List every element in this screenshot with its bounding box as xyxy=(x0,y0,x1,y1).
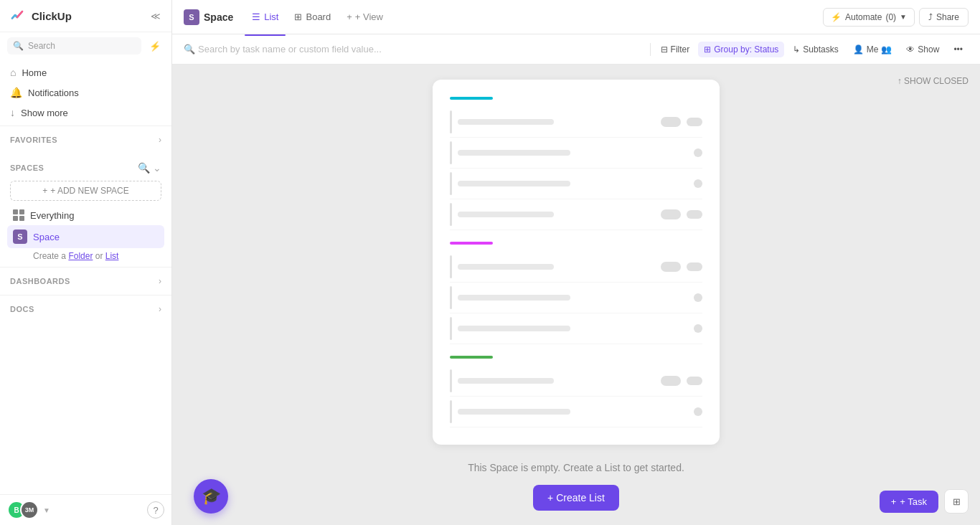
automate-count: (0) xyxy=(885,12,896,22)
filter-search[interactable]: Search by task name or custom field valu… xyxy=(198,44,646,55)
share-button[interactable]: ⤴ Share xyxy=(919,8,969,27)
tab-list[interactable]: ☰ List xyxy=(245,7,286,27)
filter-search-icon: 🔍 xyxy=(184,44,195,55)
sidebar-item-home[interactable]: ⌂ Home xyxy=(4,62,167,82)
docs-section: DOCS › xyxy=(0,295,171,323)
group-icon: ⊞ xyxy=(704,44,711,55)
everything-label: Everything xyxy=(30,210,74,221)
create-list-button[interactable]: + Create List xyxy=(533,485,619,511)
bottom-right-actions: + + Task ⊞ xyxy=(880,489,969,514)
bell-icon: 🔔 xyxy=(10,87,22,98)
chevron-right-icon: › xyxy=(159,135,161,145)
filter-button[interactable]: ⊟ Filter xyxy=(655,42,696,57)
plus-icon: + xyxy=(891,496,897,507)
more-icon: ••• xyxy=(953,44,963,55)
main-area: S Space ☰ List ⊞ Board + + View ⚡ Automa… xyxy=(172,0,980,525)
home-icon: ⌂ xyxy=(10,67,16,78)
mock-section-3 xyxy=(450,356,702,427)
me-button[interactable]: 👤 Me 👥 xyxy=(847,42,898,57)
subtasks-label: Subtasks xyxy=(803,44,838,55)
topbar-right: ⚡ Automate (0) ▼ ⤴ Share xyxy=(823,8,969,27)
avatar-secondary: 3M xyxy=(20,501,39,519)
chevron-down-icon: ↓ xyxy=(10,107,15,118)
logo-area[interactable]: ClickUp xyxy=(7,6,141,26)
filterbar: 🔍 Search by task name or custom field va… xyxy=(172,34,980,65)
sidebar-header: ClickUp ≪ xyxy=(0,0,171,32)
add-new-space-button[interactable]: + + ADD NEW SPACE xyxy=(10,181,161,201)
search-spaces-icon[interactable]: 🔍 xyxy=(138,162,150,174)
spaces-title: SPACES xyxy=(10,164,44,172)
sidebar-item-space[interactable]: S Space xyxy=(7,225,164,248)
user-area[interactable]: B 3M ▼ xyxy=(7,501,50,519)
spaces-section: SPACES 🔍 ⌄ + + ADD NEW SPACE Everything … xyxy=(0,153,171,267)
mock-task-row xyxy=(450,397,702,427)
mock-task-row xyxy=(450,366,702,397)
favorites-section: FAVORITES › xyxy=(0,126,171,153)
sidebar-item-notifications[interactable]: 🔔 Notifications xyxy=(4,82,167,103)
avatar-stack: B 3M xyxy=(7,501,39,519)
spaces-actions: 🔍 ⌄ xyxy=(138,162,161,174)
sidebar-item-label: Notifications xyxy=(28,88,79,98)
everything-icon xyxy=(13,209,24,221)
favorites-header[interactable]: FAVORITES › xyxy=(7,129,164,151)
dashboards-section: DASHBOARDS › xyxy=(0,267,171,295)
me-label: Me xyxy=(867,44,879,55)
chevron-right-icon: › xyxy=(159,304,161,314)
sidebar-item-show-more[interactable]: ↓ Show more xyxy=(4,103,167,123)
add-person-icon: 👥 xyxy=(881,44,892,55)
create-folder-link[interactable]: Folder xyxy=(68,251,93,261)
mock-task-row xyxy=(450,283,702,313)
mock-task-row xyxy=(450,252,702,283)
add-task-label: + Task xyxy=(900,496,927,507)
group-by-label: Group by: Status xyxy=(714,44,778,55)
mock-section-2 xyxy=(450,242,702,344)
empty-message: This Space is empty. Create a List to ge… xyxy=(468,462,684,473)
help-button[interactable]: ? xyxy=(147,501,164,519)
chevron-down-icon: ▼ xyxy=(43,506,50,514)
favorites-title: FAVORITES xyxy=(10,136,57,144)
mock-task-row xyxy=(450,199,702,230)
graduation-cap-icon: 🎓 xyxy=(202,487,221,506)
show-icon: 👁 xyxy=(906,44,915,55)
dashboards-header[interactable]: DASHBOARDS › xyxy=(7,270,164,292)
docs-header[interactable]: DOCS › xyxy=(7,298,164,320)
me-icon: 👤 xyxy=(853,44,864,55)
mock-task-row xyxy=(450,107,702,138)
search-box[interactable]: 🔍 Search xyxy=(7,37,141,55)
share-icon: ⤴ xyxy=(928,12,933,22)
create-list-link[interactable]: List xyxy=(105,251,119,261)
show-closed-label: ↑ SHOW CLOSED xyxy=(897,76,969,86)
space-label: S Space xyxy=(184,9,233,25)
search-placeholder: Search xyxy=(28,41,55,51)
lightning-button[interactable]: ⚡ xyxy=(146,37,164,55)
expand-spaces-icon[interactable]: ⌄ xyxy=(153,162,161,174)
filter-icon: ⊟ xyxy=(661,44,668,55)
space-name: Space xyxy=(204,11,233,23)
show-closed-button[interactable]: ↑ SHOW CLOSED xyxy=(897,76,969,86)
sidebar-item-everything[interactable]: Everything xyxy=(7,205,164,225)
grid-view-button[interactable]: ⊞ xyxy=(944,489,969,514)
show-button[interactable]: 👁 Show xyxy=(900,42,945,57)
mock-section-1 xyxy=(450,97,702,230)
add-view-button[interactable]: + + View xyxy=(339,8,390,26)
sidebar-footer: B 3M ▼ ? xyxy=(0,494,171,525)
mock-section-bar-3 xyxy=(450,356,493,359)
mock-task-row xyxy=(450,169,702,199)
tab-board[interactable]: ⊞ Board xyxy=(287,7,338,27)
tutorial-button[interactable]: 🎓 xyxy=(194,479,228,514)
mock-task-row xyxy=(450,313,702,344)
search-row: 🔍 Search ⚡ xyxy=(0,32,171,60)
space-badge: S xyxy=(13,230,27,244)
automate-label: Automate xyxy=(845,12,882,22)
lightning-icon: ⚡ xyxy=(149,41,161,52)
topbar: S Space ☰ List ⊞ Board + + View ⚡ Automa… xyxy=(172,0,980,34)
more-options-button[interactable]: ••• xyxy=(948,42,969,57)
subtasks-button[interactable]: ↳ Subtasks xyxy=(787,42,844,57)
empty-state-card xyxy=(433,80,720,445)
automate-button[interactable]: ⚡ Automate (0) ▼ xyxy=(823,8,915,27)
automate-icon: ⚡ xyxy=(831,12,842,22)
add-task-button[interactable]: + + Task xyxy=(880,491,938,513)
list-icon: ☰ xyxy=(252,11,260,22)
collapse-sidebar-button[interactable]: ≪ xyxy=(147,7,164,24)
group-by-button[interactable]: ⊞ Group by: Status xyxy=(698,42,784,57)
